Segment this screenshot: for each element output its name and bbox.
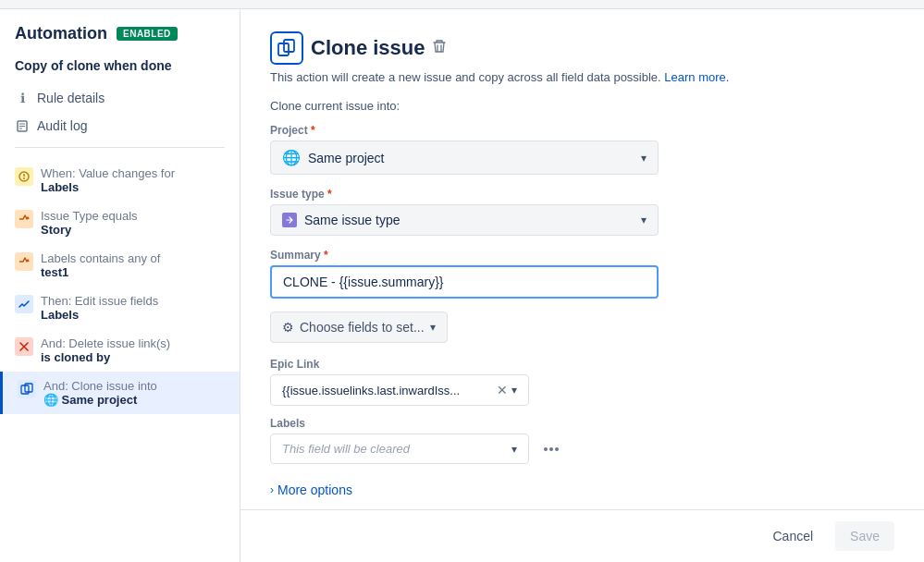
issue-type-value: Same issue type <box>304 213 400 227</box>
enabled-badge: ENABLED <box>117 27 178 41</box>
clipboard-icon <box>15 118 30 133</box>
svg-point-6 <box>23 177 25 179</box>
issue-type-select[interactable]: Same issue type ▾ <box>270 204 659 236</box>
when-value: Labels <box>41 180 175 194</box>
condition1-value: Story <box>41 223 138 237</box>
globe-icon: 🌐 <box>282 149 301 166</box>
sidebar-nav: ℹ Rule details Audit log <box>0 84 240 140</box>
project-chevron-icon: ▾ <box>641 152 647 165</box>
audit-log-label: Audit log <box>37 118 87 133</box>
sidebar-step-condition1[interactable]: Issue Type equals Story <box>0 202 240 244</box>
sidebar-item-rule-details[interactable]: ℹ Rule details <box>0 84 240 112</box>
sidebar-step-when[interactable]: When: Value changes for Labels <box>0 159 240 202</box>
labels-section: Labels This field will be cleared ▾ <box>270 417 894 464</box>
epic-link-value: {{issue.issuelinks.last.inwardIss... <box>282 384 497 397</box>
more-options-button[interactable]: › More options <box>270 475 894 505</box>
sidebar-item-audit-log[interactable]: Audit log <box>0 112 240 140</box>
labels-cleared-text: This field will be cleared <box>282 442 511 456</box>
gear-icon: ⚙ <box>282 320 294 335</box>
main-content: Clone issue This action will create a ne… <box>240 9 924 509</box>
choose-fields-chevron-icon: ▾ <box>430 321 436 334</box>
labels-field[interactable]: This field will be cleared ▾ <box>270 434 529 464</box>
condition2-label: Labels contains any of <box>41 251 160 265</box>
sidebar-divider <box>15 147 225 148</box>
labels-row: This field will be cleared ▾ <box>270 434 894 464</box>
issue-type-section: Issue type * Same issue type ▾ <box>270 188 894 236</box>
labels-label: Labels <box>270 417 894 430</box>
summary-label: Summary * <box>270 249 894 262</box>
condition2-value: test1 <box>41 265 160 279</box>
clone-issue-icon <box>270 31 303 65</box>
issue-type-label: Issue type * <box>270 188 894 201</box>
action1-value: Labels <box>41 308 158 322</box>
project-label: Project * <box>270 124 894 137</box>
project-value: Same project <box>308 151 384 165</box>
more-options-label: More options <box>277 483 352 497</box>
rule-details-label: Rule details <box>37 91 105 105</box>
rule-name: Copy of clone when done <box>0 51 240 84</box>
clear-epic-link-icon[interactable]: ✕ <box>497 383 508 397</box>
action-description: This action will create a new issue and … <box>270 70 894 84</box>
summary-section: Summary * <box>270 249 894 299</box>
choose-fields-button[interactable]: ⚙ Choose fields to set... ▾ <box>270 312 448 343</box>
epic-link-section: Epic Link {{issue.issuelinks.last.inward… <box>270 358 894 406</box>
condition2-icon <box>15 252 33 271</box>
clone-into-label: Clone current issue into: <box>270 99 894 113</box>
action2-label: And: Delete issue link(s) <box>41 336 170 350</box>
learn-more-link[interactable]: Learn more. <box>664 70 729 84</box>
epic-link-field[interactable]: {{issue.issuelinks.last.inwardIss... ✕ ▾ <box>270 374 529 406</box>
action2-icon <box>15 337 33 356</box>
project-section: Project * 🌐 Same project ▾ <box>270 124 894 175</box>
sidebar-step-action1[interactable]: Then: Edit issue fields Labels <box>0 287 240 329</box>
epic-link-label: Epic Link <box>270 358 894 371</box>
labels-chevron-icon[interactable]: ▾ <box>511 443 517 456</box>
sidebar-step-action2[interactable]: And: Delete issue link(s) is cloned by <box>0 329 240 372</box>
labels-more-options-dots[interactable] <box>536 444 566 455</box>
action1-icon <box>15 295 33 313</box>
sidebar-step-condition2[interactable]: Labels contains any of test1 <box>0 244 240 287</box>
dot3 <box>555 447 559 451</box>
dot1 <box>544 447 548 451</box>
cancel-button[interactable]: Cancel <box>758 521 828 551</box>
when-label: When: Value changes for <box>41 166 175 180</box>
issue-type-chevron-icon: ▾ <box>641 214 647 226</box>
condition1-label: Issue Type equals <box>41 209 138 223</box>
dot2 <box>549 447 553 451</box>
summary-input[interactable] <box>270 265 659 299</box>
action1-label: Then: Edit issue fields <box>41 294 158 308</box>
condition1-icon <box>15 210 33 228</box>
action3-label: And: Clone issue into <box>43 379 157 393</box>
page-title: Clone issue <box>311 36 425 60</box>
trigger-icon <box>15 167 33 186</box>
info-icon: ℹ <box>15 91 30 105</box>
action3-value: 🌐 Same project <box>43 393 157 407</box>
sidebar-app-title: Automation <box>15 24 107 43</box>
delete-icon[interactable] <box>432 39 447 57</box>
more-options-chevron-icon: › <box>270 483 274 496</box>
save-button[interactable]: Save <box>835 521 894 551</box>
choose-fields-label: Choose fields to set... <box>300 320 425 335</box>
issue-type-icon <box>282 213 297 227</box>
sidebar: Automation ENABLED Copy of clone when do… <box>0 9 240 562</box>
action2-value: is cloned by <box>41 350 170 364</box>
footer-buttons: Cancel Save <box>240 509 924 562</box>
epic-link-chevron-icon[interactable]: ▾ <box>511 384 517 397</box>
sidebar-step-action3[interactable]: And: Clone issue into 🌐 Same project <box>0 372 240 414</box>
action3-icon <box>18 380 36 398</box>
project-select[interactable]: 🌐 Same project ▾ <box>270 140 659 175</box>
